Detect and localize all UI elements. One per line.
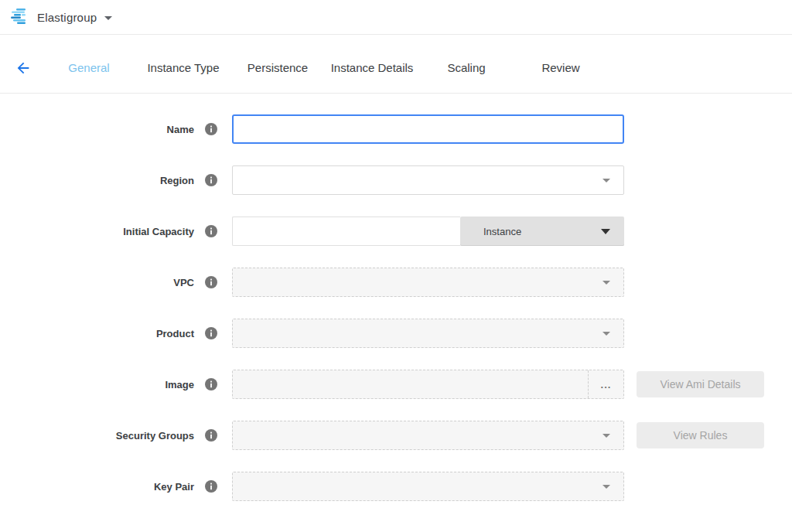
initial-capacity-info-icon[interactable] xyxy=(205,225,217,237)
tab-persistence[interactable]: Persistence xyxy=(230,61,325,74)
app-title: Elastigroup xyxy=(37,11,97,24)
image-info-icon[interactable] xyxy=(205,378,217,390)
name-info-icon[interactable] xyxy=(205,123,217,135)
initial-capacity-label: Initial Capacity xyxy=(123,226,194,237)
arrow-back-icon xyxy=(15,60,32,77)
field-row-product: Product xyxy=(0,319,792,348)
field-row-image: Image ... View Ami Details xyxy=(0,370,792,399)
key-pair-select[interactable] xyxy=(232,472,624,501)
vpc-label: VPC xyxy=(173,277,194,288)
image-value xyxy=(233,370,588,398)
name-input[interactable] xyxy=(232,114,624,144)
key-pair-label: Key Pair xyxy=(154,481,194,493)
tab-review[interactable]: Review xyxy=(514,61,608,74)
region-info-icon[interactable] xyxy=(205,174,217,186)
app-switcher-caret-icon[interactable] xyxy=(104,16,112,20)
field-row-name: Name xyxy=(0,114,792,144)
vpc-info-icon[interactable] xyxy=(205,276,217,288)
image-label: Image xyxy=(165,379,194,390)
capacity-unit-caret-icon xyxy=(601,229,610,234)
product-caret-icon xyxy=(603,332,610,336)
tab-instance-details[interactable]: Instance Details xyxy=(325,61,419,74)
security-groups-caret-icon xyxy=(603,434,610,438)
back-button[interactable] xyxy=(14,59,32,77)
tab-general[interactable]: General xyxy=(42,61,136,74)
region-caret-icon xyxy=(603,179,610,182)
view-rules-button[interactable]: View Rules xyxy=(637,422,764,448)
product-info-icon[interactable] xyxy=(205,327,217,339)
vpc-select[interactable] xyxy=(232,268,624,297)
wizard-tabs: General Instance Type Persistence Instan… xyxy=(42,61,608,74)
tab-scaling[interactable]: Scaling xyxy=(419,61,514,74)
field-row-vpc: VPC xyxy=(0,268,792,297)
name-label: Name xyxy=(167,124,194,135)
view-ami-details-button[interactable]: View Ami Details xyxy=(637,371,764,397)
image-picker[interactable]: ... xyxy=(232,370,624,399)
field-row-security-groups: Security Groups View Rules xyxy=(0,421,792,450)
initial-capacity-input[interactable] xyxy=(232,217,460,246)
security-groups-label: Security Groups xyxy=(116,430,194,442)
app-header: Elastigroup xyxy=(0,0,792,35)
field-row-initial-capacity: Initial Capacity Instance xyxy=(0,217,792,246)
field-row-key-pair: Key Pair xyxy=(0,472,792,501)
vpc-caret-icon xyxy=(603,281,610,285)
capacity-unit-value: Instance xyxy=(483,226,521,237)
elastigroup-logo-icon xyxy=(11,9,29,26)
product-label: Product xyxy=(156,328,194,339)
capacity-unit-select[interactable]: Instance xyxy=(460,217,624,246)
wizard-tabbar: General Instance Type Persistence Instan… xyxy=(0,35,792,94)
region-select[interactable] xyxy=(232,165,624,195)
field-row-region: Region xyxy=(0,165,792,195)
general-form: Name Region Init xyxy=(0,94,792,501)
tab-instance-type[interactable]: Instance Type xyxy=(136,61,230,74)
product-select[interactable] xyxy=(232,319,624,348)
image-browse-button[interactable]: ... xyxy=(588,370,623,398)
key-pair-caret-icon xyxy=(603,485,610,489)
key-pair-info-icon[interactable] xyxy=(205,480,217,493)
security-groups-select[interactable] xyxy=(232,421,624,450)
security-groups-info-icon[interactable] xyxy=(205,429,217,442)
region-label: Region xyxy=(160,175,194,186)
